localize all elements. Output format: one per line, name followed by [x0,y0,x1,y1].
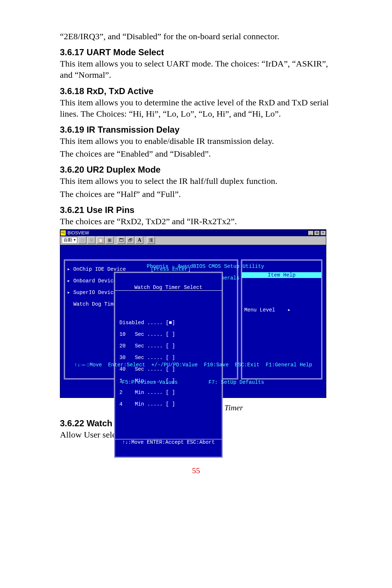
toolbar-btn-1[interactable]: □ [78,237,86,244]
heading-3-6-19: 3.6.19 IR Transmission Delay [60,125,332,135]
body-3-6-19b: The choices are “Enabled” and “Disabled”… [60,148,332,160]
menu-level-row: Menu Level ▸ [242,307,321,313]
ime-dropdown[interactable]: 自動▼ [62,237,77,243]
bios-screenshot: MG BIOSVIEW _ ⧉ × 自動▼ □ ⎘ 📋 ⊞ 🗔 🗗 A 漢 Ph… [60,229,326,398]
body-3-6-17: This item allows you to select UART mode… [60,58,332,81]
window-title: BIOSVIEW [66,230,89,235]
toolbar-btn-6[interactable]: 🗗 [126,237,134,244]
window-titlebar: MG BIOSVIEW _ ⧉ × [60,230,326,236]
maximize-button[interactable]: ⧉ [314,230,320,235]
intro-paragraph: “2E8/IRQ3”, and “Disabled” for the on-bo… [60,31,332,42]
heading-3-6-17: 3.6.17 UART Mode Select [60,47,332,57]
font-button[interactable]: A [135,237,143,244]
popup-option-10sec[interactable]: 10 Sec ..... [ ] [119,331,222,337]
body-3-6-19a: This item allows you to enable/disable I… [60,136,332,147]
toolbar-btn-5[interactable]: 🗔 [117,237,125,244]
body-3-6-20a: This item allows you to select the IR ha… [60,176,332,187]
toolbar-btn-4[interactable]: ⊞ [106,237,114,244]
bios-footer-hints: ↑↓→←:Move Enter:Select +/-/PU/PD:Value F… [60,350,326,397]
body-3-6-21: The choices are “RxD2, TxD2” and “IR-Rx2… [60,216,332,227]
copy-icon[interactable]: ⎘ [87,237,95,244]
toolbar: 自動▼ □ ⎘ 📋 ⊞ 🗔 🗗 A 漢 [60,236,326,245]
heading-3-6-20: 3.6.20 UR2 Duplex Mode [60,165,332,175]
heading-3-6-18: 3.6.18 RxD, TxD Active [60,86,332,96]
menu-item-onchip-ide[interactable]: ▸ OnChip IDE Device [Press Enter] [65,266,237,272]
popup-option-4min[interactable]: 4 Min ..... [ ] [119,401,222,407]
bios-screen: Phoenix - AwardBIOS CMOS Setup Utility I… [60,245,326,398]
kanji-button[interactable]: 漢 [147,237,155,244]
popup-title: Watch Dog Timer Select [115,285,222,291]
close-button[interactable]: × [320,230,326,235]
paste-icon[interactable]: 📋 [97,237,105,244]
popup-hint: ↑↓:Move ENTER:Accept ESC:Abort [115,439,222,445]
body-3-6-20b: The choices are “Half” and “Full”. [60,189,332,200]
body-3-6-18: This item allows you to determine the ac… [60,97,332,120]
minimize-button[interactable]: _ [308,230,314,235]
help-title: Item Help [242,272,321,278]
popup-option-20sec[interactable]: 20 Sec ..... [ ] [119,343,222,349]
popup-option-disabled[interactable]: Disabled ..... [■] [119,320,222,326]
page-number: 55 [60,466,332,475]
app-icon: MG [61,230,66,235]
heading-3-6-21: 3.6.21 Use IR Pins [60,205,332,215]
